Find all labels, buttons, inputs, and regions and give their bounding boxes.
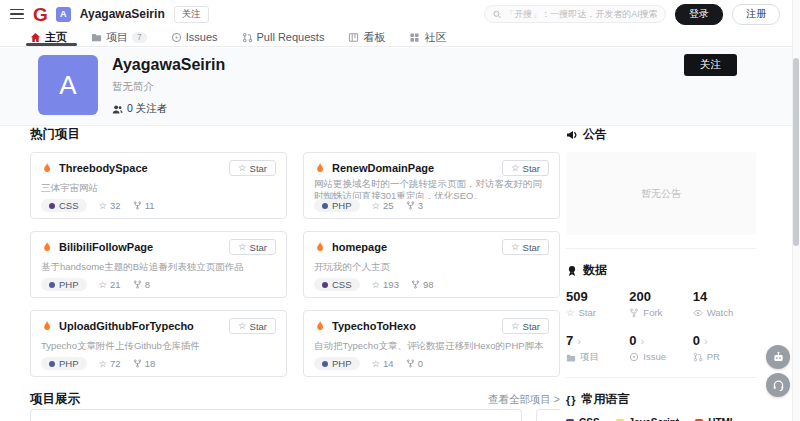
fork-count: 18 bbox=[133, 358, 156, 369]
tab-pull-requests[interactable]: Pull Requests bbox=[242, 28, 325, 46]
header-follow-button[interactable]: 关注 bbox=[174, 6, 209, 23]
chevron-right-icon: › bbox=[704, 335, 708, 347]
languages-legend: CSS JavaScript HTML Lua PHP bbox=[566, 417, 756, 421]
hot-projects-grid: ThreebodySpace ☆Star 三体宇宙网站 CSS ☆32 11 R… bbox=[30, 152, 560, 377]
star-button[interactable]: ☆Star bbox=[502, 318, 549, 334]
project-description: Typecho文章附件上传Github仓库插件 bbox=[41, 340, 276, 353]
tab-issues[interactable]: Issues bbox=[171, 28, 218, 46]
tab-projects[interactable]: 项目 7 bbox=[91, 28, 147, 46]
project-description: 基于handsome主题的B站追番列表独立页面作品 bbox=[41, 261, 276, 274]
fork-count: 3 bbox=[406, 200, 423, 211]
home-icon bbox=[30, 32, 41, 43]
language-tag: PHP bbox=[314, 199, 360, 212]
login-button[interactable]: 登录 bbox=[675, 4, 723, 25]
star-button[interactable]: ☆Star bbox=[502, 160, 549, 176]
star-button[interactable]: ☆Star bbox=[502, 239, 549, 255]
flame-icon bbox=[314, 320, 326, 332]
feedback-button[interactable] bbox=[766, 373, 790, 397]
menu-icon[interactable] bbox=[10, 9, 24, 20]
language-dot bbox=[322, 203, 328, 209]
tab-board[interactable]: 看板 bbox=[348, 28, 385, 46]
follow-button[interactable]: 关注 bbox=[684, 54, 737, 76]
scrollbar-thumb[interactable] bbox=[793, 58, 799, 246]
star-button[interactable]: ☆Star bbox=[229, 239, 276, 255]
showcase-card[interactable] bbox=[30, 409, 522, 421]
showcase-card[interactable] bbox=[536, 409, 560, 421]
project-name[interactable]: BilibiliFollowPage bbox=[59, 241, 223, 253]
stat-prs[interactable]: 0› PR bbox=[693, 333, 756, 364]
view-all-projects-link[interactable]: 查看全部项目 > bbox=[488, 393, 560, 407]
fork-icon bbox=[133, 201, 142, 210]
star-count: ☆72 bbox=[99, 358, 121, 369]
fork-icon bbox=[133, 359, 142, 368]
search-icon bbox=[493, 10, 501, 19]
stat-star[interactable]: 509 ☆Star bbox=[566, 289, 629, 318]
star-icon: ☆ bbox=[566, 307, 575, 318]
fork-icon bbox=[411, 280, 420, 289]
tab-label: Pull Requests bbox=[257, 31, 325, 43]
star-icon: ☆ bbox=[511, 163, 520, 173]
showcase-title: 项目展示 bbox=[30, 391, 80, 408]
fork-icon bbox=[406, 201, 415, 210]
fork-count: 11 bbox=[133, 200, 155, 211]
tab-label: 社区 bbox=[424, 30, 446, 45]
stat-fork[interactable]: 200 Fork bbox=[629, 289, 692, 318]
project-name[interactable]: TypechoToHexo bbox=[332, 320, 496, 332]
star-button[interactable]: ☆Star bbox=[229, 318, 276, 334]
top-header: G A AyagawaSeirin 关注 登录 注册 bbox=[0, 0, 792, 28]
ai-assistant-button[interactable] bbox=[766, 345, 790, 369]
eye-icon bbox=[693, 308, 703, 318]
flame-icon bbox=[314, 241, 326, 253]
profile-name: AyagawaSeirin bbox=[112, 56, 225, 74]
project-name[interactable]: RenewDomainPage bbox=[332, 162, 496, 174]
divider bbox=[566, 377, 756, 378]
hot-projects-title: 热门项目 bbox=[30, 126, 560, 143]
search-box[interactable] bbox=[484, 5, 666, 23]
star-count: ☆25 bbox=[372, 200, 394, 211]
followers-icon bbox=[112, 104, 123, 115]
language-dot bbox=[49, 361, 55, 367]
tab-home[interactable]: 主页 bbox=[30, 28, 67, 46]
flame-icon bbox=[314, 162, 326, 174]
languages-title: 常用语言 bbox=[582, 391, 630, 408]
language-tag: PHP bbox=[314, 357, 360, 370]
folder-icon bbox=[91, 32, 102, 43]
language-dot bbox=[49, 203, 55, 209]
tab-label: 看板 bbox=[363, 30, 385, 45]
headset-icon bbox=[772, 379, 785, 392]
project-card[interactable]: TypechoToHexo ☆Star 自动把Typecho文章、评论数据迁移到… bbox=[303, 310, 560, 377]
tab-community[interactable]: 社区 bbox=[409, 28, 446, 46]
search-input[interactable] bbox=[505, 9, 657, 19]
project-description: 自动把Typecho文章、评论数据迁移到Hexo的PHP脚本程序 bbox=[314, 340, 549, 353]
project-card[interactable]: BilibiliFollowPage ☆Star 基于handsome主题的B站… bbox=[30, 231, 287, 298]
robot-icon bbox=[772, 351, 785, 364]
language-dot bbox=[49, 282, 55, 288]
stat-projects[interactable]: 7› 项目 bbox=[566, 333, 629, 364]
project-card[interactable]: RenewDomainPage ☆Star 网站更换域名时的一个跳转提示页面，对… bbox=[303, 152, 560, 219]
project-name[interactable]: homepage bbox=[332, 241, 496, 253]
register-button[interactable]: 注册 bbox=[732, 4, 780, 25]
profile-avatar[interactable]: A bbox=[38, 55, 98, 115]
divider bbox=[566, 248, 756, 249]
header-username[interactable]: AyagawaSeirin bbox=[80, 7, 165, 21]
project-card[interactable]: ThreebodySpace ☆Star 三体宇宙网站 CSS ☆32 11 bbox=[30, 152, 287, 219]
pull-request-icon bbox=[693, 352, 703, 362]
followers-count[interactable]: 0 关注者 bbox=[127, 102, 167, 116]
star-icon: ☆ bbox=[238, 163, 247, 173]
project-name[interactable]: UploadGithubForTypecho bbox=[59, 320, 223, 332]
stat-issues[interactable]: 0› Issue bbox=[629, 333, 692, 364]
project-name[interactable]: ThreebodySpace bbox=[59, 162, 223, 174]
stat-watch[interactable]: 14 Watch bbox=[693, 289, 756, 318]
fork-count: 98 bbox=[411, 279, 434, 290]
gitee-logo[interactable]: G bbox=[33, 5, 47, 24]
tab-label: Issues bbox=[186, 31, 218, 43]
project-card[interactable]: homepage ☆Star 开玩我的个人主页 CSS ☆193 98 bbox=[303, 231, 560, 298]
language-tag: CSS bbox=[41, 199, 87, 212]
project-description: 网站更换域名时的一个跳转提示页面，对访客友好的同时蜘蛛访问直接301重定向，优化… bbox=[314, 178, 549, 199]
star-button[interactable]: ☆Star bbox=[229, 160, 276, 176]
announcement-title: 公告 bbox=[583, 126, 607, 143]
profile-banner: A AyagawaSeirin 暂无简介 0 关注者 关注 bbox=[0, 48, 792, 126]
issue-icon bbox=[171, 32, 182, 43]
project-card[interactable]: UploadGithubForTypecho ☆Star Typecho文章附件… bbox=[30, 310, 287, 377]
announcement-empty-state: 暂无公告 bbox=[566, 152, 756, 235]
